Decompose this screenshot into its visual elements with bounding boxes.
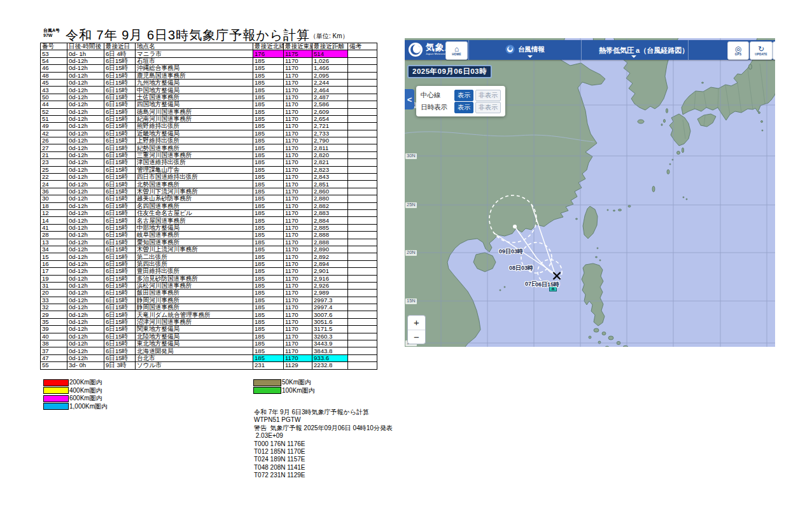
cell-lat: 185: [253, 202, 284, 209]
cell-number: 20: [41, 290, 67, 297]
col-distance: 最接近距離: [312, 43, 348, 50]
col-date: 最接近日: [104, 43, 136, 50]
cell-date: 6日15時: [104, 195, 136, 202]
datetime-hide-button[interactable]: 非表示: [475, 102, 501, 113]
cell-place: 管理課亀山庁舎: [136, 166, 253, 173]
cell-remarks: [348, 65, 377, 72]
cell-date: 6日15時: [104, 151, 136, 158]
cell-offset: 0d-12h: [67, 166, 104, 173]
cell-number: 36: [41, 188, 67, 195]
cell-remarks: [348, 144, 377, 151]
source-line: WTPN51 PGTW: [254, 416, 393, 424]
datetime-show-button[interactable]: 表示: [454, 102, 473, 113]
nav-tropical-depression[interactable]: 熱帯低気圧 a（台風経路図）: [599, 46, 689, 55]
cell-lon: 1170: [284, 340, 312, 347]
cell-place: 上野維持出張所: [136, 137, 253, 144]
typhoon-track-map[interactable]: a 35N 30N 25N 20N 15N 10N 09日03時 08日03時 …: [405, 38, 775, 347]
cell-number: 24: [41, 181, 67, 188]
col-number: 番号: [41, 43, 67, 50]
nav-tropical-label: 熱帯低気圧 a（台風経路図）: [599, 46, 689, 55]
cell-offset: 0d-12h: [67, 217, 104, 224]
chevron-down-icon[interactable]: [631, 55, 636, 58]
cell-place: 中部地方整備局: [136, 224, 253, 231]
cell-lon: 1170: [284, 166, 312, 173]
cell-date: 6日15時: [104, 217, 136, 224]
center-line-hide-button[interactable]: 非表示: [475, 90, 501, 101]
cell-offset: 0d-12h: [67, 202, 104, 209]
table-row: 23 0d-12h 6日15時 津国道維持出張所 185 1170 2,821: [41, 159, 377, 166]
cell-lon: 1170: [284, 65, 312, 72]
cell-place: 住友生命名古屋ビル: [136, 209, 253, 216]
clipped-button[interactable]: [773, 41, 775, 60]
cell-place: 台北市: [136, 354, 253, 361]
cell-number: 38: [41, 340, 67, 347]
table-row: 19 0d-12h 6日15時 多治見砂防国道事務所 185 1170 2,91…: [41, 275, 377, 282]
center-line-label: 中心線: [421, 91, 452, 100]
cell-distance: 2,884: [312, 217, 348, 224]
table-row: 24 0d-12h 6日15時 北勢国道事務所 185 1170 2,851: [41, 181, 377, 188]
cell-date: 6日15時: [104, 318, 136, 325]
cell-remarks: [348, 232, 377, 239]
cell-offset: 0d-12h: [67, 123, 104, 130]
cell-offset: 0d-12h: [67, 246, 104, 253]
cell-remarks: [348, 101, 377, 108]
cell-date: 6日15時: [104, 232, 136, 239]
lat-label-30n: 30N: [405, 153, 417, 159]
cell-offset: 0d-12h: [67, 224, 104, 231]
cell-offset: 0d-12h: [67, 209, 104, 216]
table-row: 54 0d-12h 6日15時 石垣市 185 1170 1,026: [41, 57, 377, 64]
update-button[interactable]: ↻ UPDATE: [750, 41, 773, 60]
home-icon: ⌂: [454, 45, 459, 53]
nav-typhoon-info[interactable]: 台風情報: [505, 45, 545, 54]
cell-offset: 0d-12h: [67, 79, 104, 86]
gps-button[interactable]: ◎ GPS: [727, 41, 749, 60]
cell-date: 6日15時: [104, 144, 136, 151]
zoom-in-button[interactable]: +: [408, 316, 425, 330]
chevron-down-icon[interactable]: [528, 55, 533, 58]
cell-offset: 0d-12h: [67, 108, 104, 115]
panel-collapse-button[interactable]: <: [405, 89, 414, 109]
typhoon-name: 台風A号: [43, 28, 60, 33]
zoom-out-button[interactable]: −: [408, 330, 425, 344]
cell-distance: 2,880: [312, 195, 348, 202]
table-row: 30 0d-12h 6日15時 越美山系砂防事務所 185 1170 2,880: [41, 195, 377, 202]
cell-lon: 1170: [284, 246, 312, 253]
cell-distance: 3843.8: [312, 347, 348, 354]
legend-item: 600Km圏内: [43, 395, 108, 403]
gps-label: GPS: [735, 53, 741, 57]
source-line: T024 189N 1157E: [254, 456, 393, 463]
table-row: 48 0d-12h 6日15時 鹿児島国道事務所 185 1170 2,095: [41, 72, 377, 79]
cell-lat: 185: [253, 260, 284, 267]
cell-number: 46: [41, 65, 67, 72]
table-row: 34 0d-12h 6日15時 木曽川上流河川事務所 185 1170 2,89…: [41, 246, 377, 253]
legend-swatch: [43, 379, 69, 386]
cell-remarks: [348, 362, 377, 369]
col-place: 地点名: [136, 43, 253, 50]
cell-remarks: [348, 304, 377, 311]
center-line-show-button[interactable]: 表示: [454, 90, 473, 101]
cell-lon: 1170: [284, 151, 312, 158]
cell-place: 石垣市: [136, 57, 253, 64]
table-row: 39 0d-12h 6日15時 関東地方整備局 185 1170 3171.5: [41, 326, 377, 333]
cell-lon: 1170: [284, 311, 312, 318]
home-button[interactable]: ⌂ HOME: [445, 41, 468, 60]
cell-lat: 185: [253, 166, 284, 173]
cell-lat: 185: [253, 65, 284, 72]
cell-lon: 1170: [284, 290, 312, 297]
cell-lon: 1170: [284, 79, 312, 86]
map-header-bar: 気象庁 Japan Meteorological Agency ⌂ HOME 台…: [405, 40, 775, 60]
table-row: 13 0d-12h 6日15時 愛知国道事務所 185 1170 2,888: [41, 239, 377, 246]
cell-remarks: [348, 159, 377, 166]
legend-swatch: [43, 403, 69, 410]
cell-date: 6日15時: [104, 181, 136, 188]
cell-date: 6日15時: [104, 304, 136, 311]
map-canvas[interactable]: a: [405, 38, 775, 347]
cell-place: 北海道開発局: [136, 347, 253, 354]
cell-remarks: [348, 79, 377, 86]
cell-number: 47: [41, 354, 67, 361]
cell-remarks: [348, 137, 377, 144]
cell-lon: 1170: [284, 275, 312, 282]
cell-remarks: [348, 333, 377, 340]
cell-place: 飯田国道事務所: [136, 290, 253, 297]
timestamp-badge: 2025年09月06日03時: [407, 65, 492, 78]
